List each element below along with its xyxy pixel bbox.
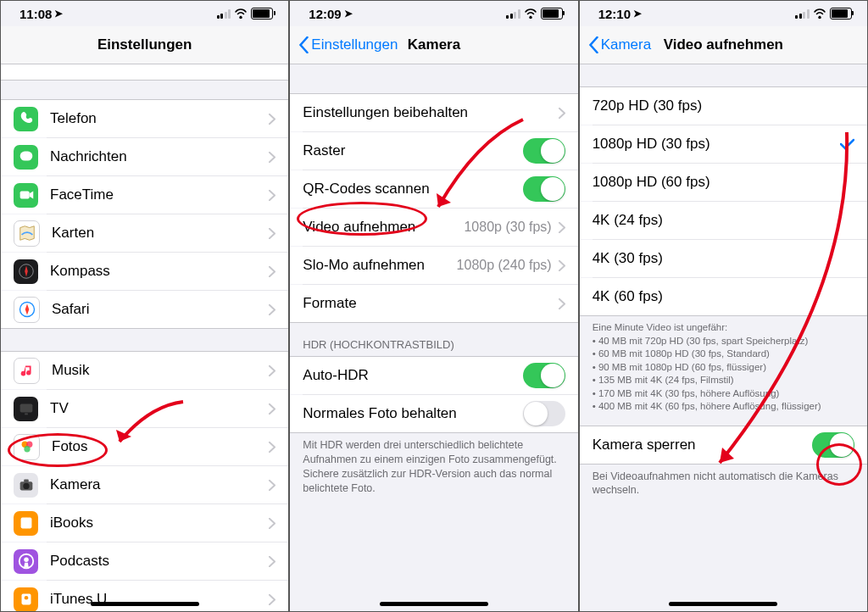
row-lock-camera[interactable]: Kamera sperren — [580, 426, 867, 465]
nav-bar: Einstellungen Kamera — [290, 26, 577, 64]
row-formats[interactable]: Formate — [290, 285, 577, 323]
row-grid[interactable]: Raster — [290, 132, 577, 170]
chevron-right-icon — [559, 108, 565, 119]
row-qr-scan[interactable]: QR-Codes scannen — [290, 170, 577, 208]
settings-list[interactable]: Telefon Nachrichten FaceTime Karten Komp… — [1, 64, 288, 611]
option-4[interactable]: 4K (30 fps) — [580, 240, 867, 277]
chevron-right-icon — [269, 480, 275, 491]
toggle-lock-camera[interactable] — [812, 432, 854, 458]
pod-icon — [14, 549, 38, 574]
msg-icon — [14, 145, 38, 170]
ft-icon — [14, 183, 38, 208]
back-label: Kamera — [601, 36, 652, 53]
svg-rect-0 — [19, 152, 32, 161]
status-time: 12:10 — [598, 7, 631, 21]
battery-icon — [541, 8, 563, 19]
battery-icon — [830, 8, 852, 19]
cam-icon — [14, 473, 38, 498]
tv-icon — [14, 397, 38, 421]
chevron-right-icon — [269, 594, 275, 605]
back-label: Einstellungen — [311, 36, 398, 53]
size-footer: Eine Minute Video ist ungefähr:• 40 MB m… — [580, 316, 867, 417]
location-icon: ➤ — [344, 8, 353, 19]
wifi-icon — [814, 8, 826, 19]
svg-rect-1 — [19, 191, 29, 198]
wifi-icon — [235, 8, 247, 19]
option-5[interactable]: 4K (60 fps) — [580, 278, 867, 316]
option-3[interactable]: 4K (24 fps) — [580, 202, 867, 239]
toggle-qr[interactable] — [523, 176, 565, 202]
chevron-right-icon — [269, 266, 275, 277]
settings-row-kompass[interactable]: Kompass — [1, 253, 288, 290]
svg-point-15 — [24, 557, 29, 562]
hdr-footer: Mit HDR werden drei unterschiedlich beli… — [290, 433, 577, 499]
toggle-auto-hdr[interactable] — [523, 363, 565, 388]
row-keep-normal[interactable]: Normales Foto behalten — [290, 395, 577, 433]
prev-group-tail — [1, 64, 288, 81]
chevron-right-icon — [269, 442, 275, 453]
svg-point-9 — [24, 446, 30, 452]
row-auto-hdr[interactable]: Auto-HDR — [290, 356, 577, 394]
status-bar: 11:08 ➤ — [1, 1, 288, 26]
svg-rect-6 — [25, 414, 28, 415]
cell-signal-icon — [795, 9, 810, 19]
cell-signal-icon — [506, 9, 520, 19]
settings-row-ibooks[interactable]: iBooks — [1, 504, 288, 542]
chevron-right-icon — [269, 228, 275, 239]
back-button[interactable]: Einstellungen — [298, 36, 398, 53]
home-indicator[interactable] — [91, 602, 199, 606]
settings-row-facetime[interactable]: FaceTime — [1, 176, 288, 214]
row-preserve-settings[interactable]: Einstellungen beibehalten — [290, 93, 577, 131]
option-0[interactable]: 720p HD (30 fps) — [580, 86, 867, 125]
home-indicator[interactable] — [380, 602, 488, 606]
chevron-right-icon — [269, 556, 275, 567]
chevron-right-icon — [269, 365, 275, 376]
location-icon: ➤ — [633, 8, 642, 19]
svg-rect-12 — [24, 480, 29, 483]
row-slomo[interactable]: Slo-Mo aufnehmen 1080p (240 fps) — [290, 247, 577, 284]
page-title: Einstellungen — [1, 36, 288, 53]
status-time: 12:09 — [309, 7, 341, 21]
chevron-right-icon — [559, 298, 565, 309]
saf-icon — [14, 297, 40, 323]
row-record-video[interactable]: Video aufnehmen 1080p (30 fps) — [290, 209, 577, 246]
comp-icon — [14, 259, 38, 284]
phone-icon — [14, 107, 38, 131]
location-icon: ➤ — [54, 8, 63, 19]
chevron-right-icon — [269, 152, 275, 163]
screen-camera-settings: 12:09 ➤ Einstellungen Kamera Einstellung… — [289, 0, 578, 612]
settings-row-musik[interactable]: Musik — [1, 351, 288, 389]
option-1[interactable]: 1080p HD (30 fps) — [580, 125, 867, 163]
status-time: 11:08 — [19, 7, 52, 21]
settings-row-itunes u[interactable]: iTunes U — [1, 581, 288, 611]
back-button[interactable]: Kamera — [588, 36, 652, 53]
settings-row-tv[interactable]: TV — [1, 390, 288, 427]
status-bar: 12:10 ➤ — [580, 1, 867, 26]
chevron-right-icon — [269, 304, 275, 315]
svg-point-11 — [23, 483, 29, 489]
status-bar: 12:09 ➤ — [290, 1, 577, 26]
settings-row-nachrichten[interactable]: Nachrichten — [1, 138, 288, 175]
settings-row-kamera[interactable]: Kamera — [1, 466, 288, 504]
option-2[interactable]: 1080p HD (60 fps) — [580, 164, 867, 201]
settings-row-podcasts[interactable]: Podcasts — [1, 542, 288, 580]
check-icon — [840, 138, 854, 150]
chevron-right-icon — [269, 518, 275, 529]
nav-bar: Kamera Video aufnehmen — [580, 26, 867, 64]
ph-icon — [14, 434, 40, 460]
screen-settings: 11:08 ➤ Einstellungen Telefon Nachrichte… — [0, 0, 289, 612]
itu-icon — [14, 587, 38, 612]
settings-row-fotos[interactable]: Fotos — [1, 428, 288, 465]
chevron-right-icon — [269, 114, 275, 125]
settings-row-karten[interactable]: Karten — [1, 214, 288, 252]
settings-row-telefon[interactable]: Telefon — [1, 99, 288, 137]
toggle-keep-normal[interactable] — [523, 401, 565, 426]
settings-row-safari[interactable]: Safari — [1, 291, 288, 329]
chevron-right-icon — [559, 222, 565, 233]
svg-point-17 — [24, 596, 28, 600]
svg-rect-5 — [19, 404, 32, 413]
toggle-grid[interactable] — [523, 138, 565, 164]
map-icon — [14, 220, 40, 247]
home-indicator[interactable] — [669, 602, 777, 606]
nav-bar: Einstellungen — [1, 26, 288, 64]
